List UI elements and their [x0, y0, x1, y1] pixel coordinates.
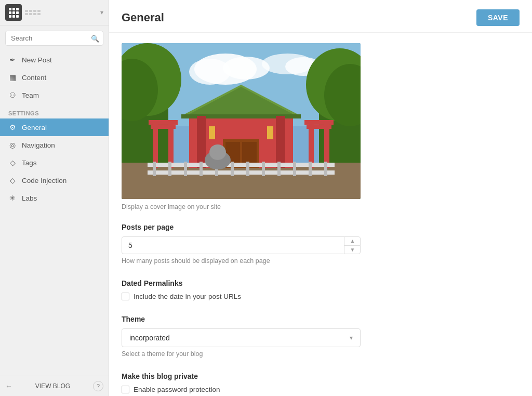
- tags-icon: ◇: [8, 159, 17, 167]
- sidebar-item-code-injection[interactable]: ◇ Code Injection: [0, 171, 109, 189]
- dated-permalinks-checkbox-label: Include the date in your post URLs: [134, 293, 241, 300]
- search-box: 🔍: [5, 31, 103, 46]
- dated-permalinks-label: Dated Permalinks: [122, 279, 520, 287]
- svg-rect-44: [293, 162, 296, 176]
- sidebar-item-new-post[interactable]: ✒ New Post: [0, 51, 109, 69]
- svg-rect-32: [307, 125, 331, 129]
- private-blog-checkbox-row: Enable password protection: [122, 386, 520, 393]
- posts-per-page-input[interactable]: [122, 236, 361, 254]
- search-icon: 🔍: [91, 34, 99, 42]
- svg-rect-38: [200, 162, 203, 176]
- svg-point-50: [219, 146, 225, 153]
- svg-rect-36: [168, 162, 171, 176]
- sidebar-menu-dots: [25, 10, 98, 15]
- private-blog-label: Make this blog private: [122, 372, 520, 380]
- svg-rect-27: [149, 120, 178, 125]
- svg-rect-31: [304, 120, 334, 125]
- spinner-up[interactable]: ▲: [344, 236, 361, 246]
- posts-per-page-label: Posts per page: [122, 223, 520, 231]
- labs-icon: ✳: [8, 194, 17, 202]
- svg-rect-28: [151, 125, 176, 129]
- posts-per-page-hint: How many posts should be displayed on ea…: [122, 257, 520, 265]
- sidebar-item-label-tags: Tags: [22, 159, 37, 167]
- posts-per-page-input-wrap: ▲ ▼: [122, 236, 361, 254]
- page-title: General: [122, 11, 164, 24]
- svg-rect-37: [184, 162, 187, 176]
- sidebar-item-team[interactable]: ⚇ Team: [0, 86, 109, 104]
- svg-rect-23: [209, 126, 215, 139]
- private-blog-checkbox-label: Enable password protection: [134, 386, 220, 393]
- posts-per-page-section: Posts per page ▲ ▼ How many posts should…: [122, 223, 520, 265]
- svg-rect-35: [153, 162, 156, 176]
- theme-selected-value: incorporated: [129, 334, 170, 342]
- private-blog-section: Make this blog private Enable password p…: [122, 372, 520, 393]
- sidebar-item-label-navigation: Navigation: [22, 141, 55, 149]
- svg-rect-24: [267, 126, 273, 139]
- sidebar-footer: ← VIEW BLOG ?: [0, 376, 109, 396]
- svg-rect-46: [324, 162, 327, 176]
- svg-rect-19: [276, 116, 285, 168]
- svg-rect-42: [262, 162, 265, 176]
- collapse-sidebar-icon[interactable]: ←: [5, 382, 12, 390]
- settings-section-label: SETTINGS: [0, 104, 109, 118]
- main-header: General SAVE: [109, 0, 532, 33]
- nav-items: ✒ New Post ▦ Content ⚇ Team SETTINGS ⚙ G…: [0, 51, 109, 376]
- grid-icon[interactable]: [5, 4, 22, 21]
- svg-rect-41: [246, 162, 249, 176]
- sidebar-item-tags[interactable]: ◇ Tags: [0, 154, 109, 171]
- sidebar-header: ▾: [0, 0, 109, 25]
- theme-dropdown[interactable]: incorporated ▾: [122, 328, 361, 347]
- sidebar-item-label-content: Content: [22, 74, 46, 82]
- svg-point-4: [223, 57, 270, 80]
- sidebar-item-label-team: Team: [22, 91, 39, 99]
- svg-rect-45: [309, 162, 312, 176]
- help-icon[interactable]: ?: [93, 381, 103, 391]
- sidebar-item-general[interactable]: ⚙ General: [0, 118, 109, 136]
- chevron-down-icon: ▾: [350, 334, 353, 341]
- save-button[interactable]: SAVE: [476, 9, 520, 26]
- sidebar: ▾ 🔍 ✒ New Post ▦ Content ⚇ Team SETTINGS…: [0, 0, 109, 396]
- navigation-icon: ◎: [8, 141, 17, 149]
- view-blog-button[interactable]: VIEW BLOG: [17, 380, 89, 392]
- sidebar-item-content[interactable]: ▦ Content: [0, 69, 109, 86]
- dated-permalinks-section: Dated Permalinks Include the date in you…: [122, 279, 520, 300]
- private-blog-checkbox[interactable]: [122, 386, 129, 393]
- team-icon: ⚇: [8, 91, 17, 99]
- sidebar-item-navigation[interactable]: ◎ Navigation: [0, 136, 109, 154]
- theme-label: Theme: [122, 315, 520, 323]
- svg-point-49: [210, 146, 217, 153]
- cover-image[interactable]: [122, 43, 361, 199]
- svg-rect-34: [148, 170, 335, 175]
- theme-section: Theme incorporated ▾ Select a theme for …: [122, 315, 520, 358]
- chevron-down-icon[interactable]: ▾: [100, 9, 103, 16]
- content-icon: ▦: [8, 73, 17, 82]
- sidebar-item-label-new-post: New Post: [22, 56, 52, 64]
- main-panel: General SAVE: [109, 0, 532, 396]
- code-injection-icon: ◇: [8, 176, 17, 184]
- main-content: Display a cover image on your site Posts…: [109, 33, 532, 396]
- sidebar-item-labs[interactable]: ✳ Labs: [0, 189, 109, 207]
- sidebar-item-label-code-injection: Code Injection: [22, 177, 66, 184]
- svg-rect-40: [231, 162, 234, 176]
- dated-permalinks-checkbox[interactable]: [122, 293, 129, 300]
- spinner-down[interactable]: ▼: [344, 246, 361, 255]
- search-input[interactable]: [5, 31, 103, 46]
- svg-rect-33: [148, 163, 335, 167]
- new-post-icon: ✒: [8, 56, 17, 64]
- dated-permalinks-checkbox-row: Include the date in your post URLs: [122, 293, 520, 300]
- sidebar-item-label-labs: Labs: [22, 194, 37, 202]
- cover-image-hint: Display a cover image on your site: [122, 203, 520, 210]
- sidebar-item-label-general: General: [22, 124, 47, 131]
- number-spinners: ▲ ▼: [344, 236, 361, 254]
- general-icon: ⚙: [8, 123, 17, 131]
- svg-rect-43: [277, 162, 281, 176]
- theme-hint: Select a theme for your blog: [122, 350, 520, 358]
